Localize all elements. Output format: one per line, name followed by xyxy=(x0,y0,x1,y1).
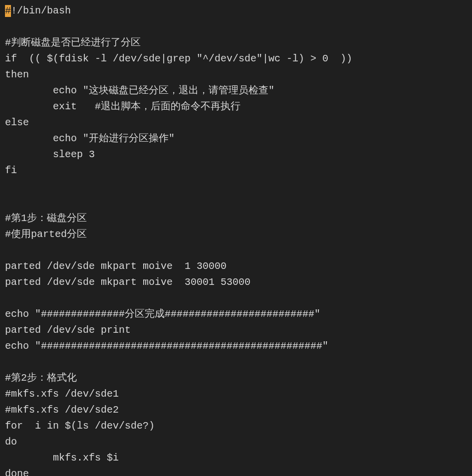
code-line: if (( $(fdisk -l /dev/sde|grep "^/dev/sd… xyxy=(5,53,352,64)
code-line: parted /dev/sde mkpart moive 30001 53000 xyxy=(5,276,250,288)
code-line: #第1步：磁盘分区 xyxy=(5,213,87,224)
code-line: #判断磁盘是否已经进行了分区 xyxy=(5,37,141,48)
code-line: echo "##################################… xyxy=(5,340,328,352)
code-line: echo "##############分区完成################… xyxy=(5,308,320,320)
code-editor[interactable]: #!/bin/bash #判断磁盘是否已经进行了分区 if (( $(fdisk… xyxy=(0,0,472,476)
code-line: else xyxy=(5,117,29,128)
code-line: echo "这块磁盘已经分区，退出，请管理员检查" xyxy=(5,85,274,96)
code-line: mkfs.xfs $i xyxy=(5,452,119,464)
code-line: exit #退出脚本，后面的命令不再执行 xyxy=(5,101,240,112)
cursor: # xyxy=(5,5,11,17)
code-line: parted /dev/sde mkpart moive 1 30000 xyxy=(5,260,227,272)
code-line: fi xyxy=(5,165,17,176)
code-line: done xyxy=(5,468,29,476)
code-line: for i in $(ls /dev/sde?) xyxy=(5,420,155,432)
code-line: #第2步：格式化 xyxy=(5,372,77,384)
code-line: #mkfs.xfs /dev/sde1 xyxy=(5,388,119,400)
code-line: !/bin/bash xyxy=(11,5,71,16)
code-line: #使用parted分区 xyxy=(5,229,87,240)
code-line: parted /dev/sde print xyxy=(5,324,131,336)
code-line: then xyxy=(5,69,29,80)
code-line: do xyxy=(5,436,17,448)
code-line: #mkfs.xfs /dev/sde2 xyxy=(5,404,119,416)
code-line: sleep 3 xyxy=(5,149,95,160)
code-line: echo "开始进行分区操作" xyxy=(5,133,175,144)
